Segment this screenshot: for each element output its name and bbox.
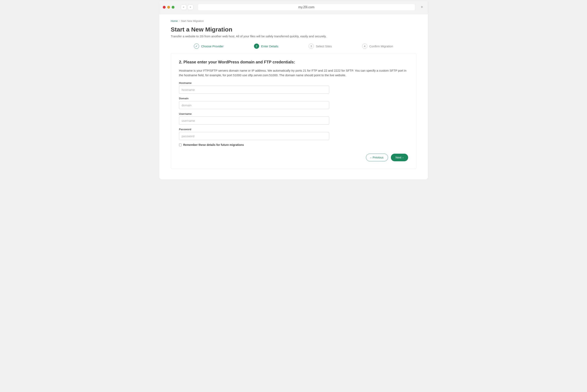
- step-label: Confirm Migration: [369, 44, 393, 48]
- form-heading: 2. Please enter your WordPress domain an…: [179, 60, 408, 64]
- form-actions: ‹ Previous Next ›: [179, 154, 408, 161]
- remember-checkbox[interactable]: [179, 144, 182, 146]
- next-button[interactable]: Next ›: [391, 154, 408, 161]
- page-subtitle: Transfer a website to 20i from another w…: [171, 34, 416, 38]
- browser-toolbar: < > my.20i.com +: [159, 0, 428, 14]
- previous-button[interactable]: ‹ Previous: [366, 154, 388, 161]
- forward-button[interactable]: >: [188, 4, 193, 10]
- password-group: Password: [179, 128, 329, 140]
- breadcrumb: Home / Start New Migration: [171, 20, 416, 22]
- check-icon: [194, 44, 199, 49]
- maximize-window-icon[interactable]: [172, 6, 175, 9]
- remember-label: Remember these details for future migrat…: [183, 143, 244, 146]
- hostname-input[interactable]: [179, 86, 329, 94]
- step-number-icon: 4: [362, 44, 367, 49]
- username-label: Username: [179, 112, 329, 115]
- next-button-label: Next: [395, 156, 401, 159]
- close-window-icon[interactable]: [163, 6, 166, 9]
- username-group: Username: [179, 112, 329, 124]
- form-description: Hostname is your FTP/SFTP servers domain…: [179, 68, 408, 78]
- chevron-left-icon: ‹: [371, 156, 371, 159]
- page-content: Home / Start New Migration Start a New M…: [159, 14, 428, 177]
- hostname-group: Hostname: [179, 82, 329, 94]
- chevron-right-icon: ›: [402, 156, 403, 159]
- breadcrumb-separator: /: [179, 20, 180, 22]
- new-tab-button[interactable]: +: [420, 5, 424, 10]
- step-confirm-migration[interactable]: 4 Confirm Migration: [362, 44, 393, 49]
- browser-frame: < > my.20i.com + Home / Start New Migrat…: [159, 0, 428, 180]
- wizard-stepper: Choose Provider 2 Enter Details 3 Select…: [179, 44, 408, 49]
- previous-button-label: Previous: [373, 156, 383, 159]
- hostname-label: Hostname: [179, 82, 329, 84]
- step-number-icon: 2: [254, 44, 259, 49]
- window-controls: [163, 6, 175, 9]
- back-button[interactable]: <: [181, 4, 187, 10]
- step-choose-provider[interactable]: Choose Provider: [194, 44, 224, 49]
- breadcrumb-home[interactable]: Home: [171, 20, 178, 22]
- minimize-window-icon[interactable]: [167, 6, 170, 9]
- step-select-sites[interactable]: 3 Select Sites: [309, 44, 332, 49]
- url-bar[interactable]: my.20i.com: [198, 4, 415, 11]
- step-number-icon: 3: [309, 44, 314, 49]
- step-label: Select Sites: [316, 44, 332, 48]
- domain-input[interactable]: [179, 101, 329, 109]
- form-card: 2. Please enter your WordPress domain an…: [171, 53, 416, 169]
- step-enter-details[interactable]: 2 Enter Details: [254, 44, 278, 49]
- remember-row: Remember these details for future migrat…: [179, 143, 408, 146]
- domain-label: Domain: [179, 97, 329, 100]
- domain-group: Domain: [179, 97, 329, 109]
- password-input[interactable]: [179, 132, 329, 140]
- username-input[interactable]: [179, 116, 329, 124]
- breadcrumb-current: Start New Migration: [181, 20, 204, 22]
- step-label: Choose Provider: [201, 44, 224, 48]
- page-title: Start a New Migration: [171, 26, 416, 33]
- step-label: Enter Details: [261, 44, 278, 48]
- password-label: Password: [179, 128, 329, 131]
